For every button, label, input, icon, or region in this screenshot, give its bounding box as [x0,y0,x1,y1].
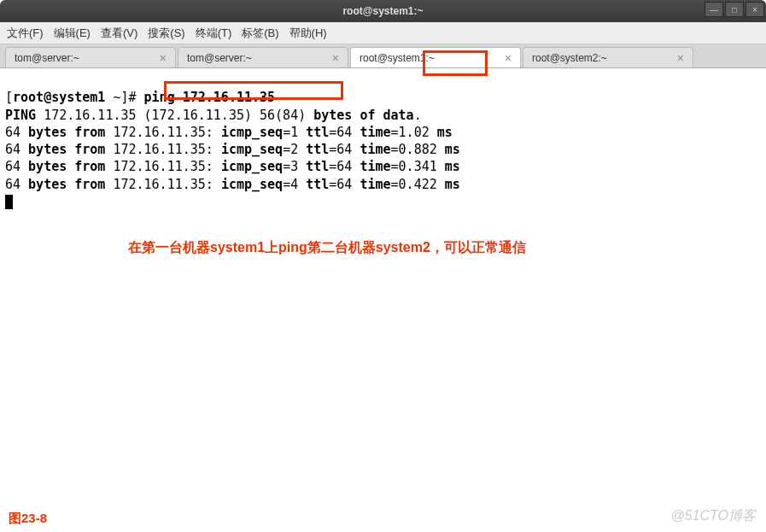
r1f: ttl [306,125,329,140]
r4f: ttl [306,177,329,192]
prompt-open: [ [5,90,13,105]
r4j: ms [445,177,460,192]
tab-bar: tom@server:~ × tom@server:~ × root@syste… [0,44,766,68]
highlight-command [164,81,343,100]
menu-search[interactable]: 搜索(S) [148,26,184,41]
r4a: 64 [5,177,28,192]
r1e: =1 [283,125,306,140]
r4d: icmp_seq [221,177,283,192]
r2b: bytes from [28,142,113,157]
r1i: =1.02 [391,125,437,140]
r2f: ttl [306,142,329,157]
window-title: root@system1:~ [0,5,766,17]
r4h: time [360,177,390,192]
prompt-path: ~]# [105,90,136,105]
r1j: ms [437,125,453,140]
r3h: time [360,159,390,174]
prompt-user: root@system1 [13,90,105,105]
tab-4[interactable]: root@system2:~ × [523,47,693,67]
r2h: time [360,142,390,157]
r2e: =2 [283,142,306,157]
menu-help[interactable]: 帮助(H) [289,26,327,41]
tab-close-icon[interactable]: × [677,51,684,65]
minimize-button[interactable]: — [705,2,723,17]
r4g: =64 [329,177,360,192]
r1d: icmp_seq [221,125,283,140]
r3i: =0.341 [391,159,445,174]
r4b: bytes from [28,177,113,192]
tab-1[interactable]: tom@server:~ × [5,47,176,67]
highlight-hostname [423,50,488,76]
r3d: icmp_seq [221,159,283,174]
menu-bar: 文件(F) 编辑(E) 查看(V) 搜索(S) 终端(T) 标签(B) 帮助(H… [0,22,766,44]
tab-label: root@system2:~ [532,52,607,64]
tab-close-icon[interactable]: × [160,51,167,65]
terminal-area[interactable]: [root@system1 ~]# ping 172.16.11.35 PING… [0,68,766,529]
r3f: ttl [306,159,329,174]
tab-close-icon[interactable]: × [332,51,339,65]
close-button[interactable]: × [746,2,764,17]
maximize-button[interactable]: □ [725,2,744,17]
r4c: 172.16.11.35: [113,177,220,192]
r4e: =4 [283,177,306,192]
tab-close-icon[interactable]: × [505,51,512,65]
r3b: bytes from [28,159,113,174]
r2d: icmp_seq [221,142,283,157]
ping-header-c: bytes of data [313,108,413,123]
r2g: =64 [329,142,360,157]
ping-header-d: . [414,108,422,123]
r1h: time [360,125,390,140]
r2j: ms [445,142,460,157]
menu-edit[interactable]: 编辑(E) [54,26,91,41]
annotation-text: 在第一台机器system1上ping第二台机器system2，可以正常通信 [128,239,526,257]
r1a: 64 [5,125,28,140]
r3g: =64 [329,159,360,174]
ping-header-a: PING [5,108,44,123]
tab-label: tom@server:~ [187,52,252,64]
menu-terminal[interactable]: 终端(T) [196,26,232,41]
r3e: =3 [283,159,306,174]
ping-header-b: 172.16.11.35 (172.16.11.35) 56(84) [44,108,313,123]
r3j: ms [445,159,460,174]
r1b: bytes from [28,125,113,140]
r1c: 172.16.11.35: [113,125,220,140]
menu-view[interactable]: 查看(V) [101,26,137,41]
window-controls: — □ × [705,2,764,17]
r4i: =0.422 [391,177,445,192]
figure-label: 图23-8 [9,511,47,527]
menu-tabs[interactable]: 标签(B) [242,26,278,41]
menu-file[interactable]: 文件(F) [7,26,44,41]
r1g: =64 [329,125,360,140]
watermark-text: @51CTO博客 [670,507,756,525]
terminal-cursor [5,195,13,209]
r2i: =0.882 [391,142,445,157]
r2a: 64 [5,142,28,157]
window-titlebar: root@system1:~ — □ × [0,0,766,22]
tab-label: tom@server:~ [15,52,79,64]
tab-2[interactable]: tom@server:~ × [178,47,348,67]
r2c: 172.16.11.35: [113,142,220,157]
r3c: 172.16.11.35: [113,159,220,174]
r3a: 64 [5,159,28,174]
